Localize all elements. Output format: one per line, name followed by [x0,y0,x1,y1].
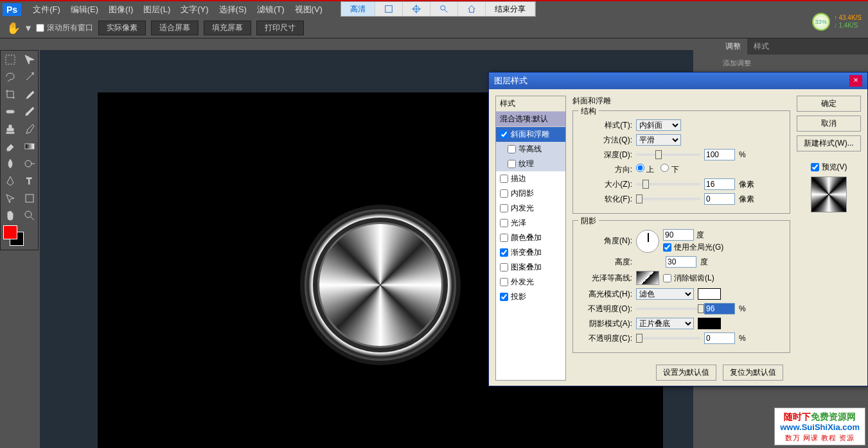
styles-list-header[interactable]: 样式 [496,96,565,112]
reset-default-button[interactable]: 复位为默认值 [723,365,783,381]
highlight-opacity-slider[interactable] [636,307,700,310]
effect-bevel[interactable]: 斜面和浮雕 [496,127,565,142]
panel-tab-adjustments[interactable]: 调整 [719,39,747,55]
actual-pixels-button[interactable]: 实际像素 [98,21,146,35]
depth-input[interactable] [704,149,735,160]
effect-outer-glow[interactable]: 外发光 [496,275,565,289]
gloss-contour-picker[interactable] [636,271,659,285]
angle-dial[interactable] [636,230,659,253]
share-end-button[interactable]: 结束分享 [486,2,535,16]
share-zoom-icon[interactable] [430,2,458,16]
menu-filter[interactable]: 滤镜(T) [252,4,290,15]
download-speed: ↓ 1.4K/S [834,22,862,30]
gradient-tool-icon[interactable] [20,137,39,155]
highlight-opacity-label: 不透明度(O): [580,304,632,314]
dialog-close-button[interactable]: × [849,75,862,87]
make-default-button[interactable]: 设置为默认值 [656,365,716,381]
effect-contour[interactable]: 等高线 [496,142,565,157]
share-hd-button[interactable]: 高清 [341,2,375,16]
style-select[interactable]: 内斜面 [636,119,681,131]
eraser-tool-icon[interactable] [1,137,20,155]
scroll-all-checkbox[interactable]: 滚动所有窗口 [36,22,93,33]
stamp-tool-icon[interactable] [1,120,20,137]
menu-type[interactable]: 文字(Y) [175,4,213,15]
menu-select[interactable]: 选择(S) [214,4,252,15]
shadow-opacity-slider[interactable] [636,337,700,340]
global-light-checkbox[interactable]: 使用全局光(G) [663,242,723,253]
effect-drop-shadow[interactable]: 投影 [496,289,565,304]
altitude-input[interactable] [666,256,696,268]
size-label: 大小(Z): [580,179,632,190]
share-home-icon[interactable] [458,2,486,16]
move-tool-icon[interactable] [20,51,39,68]
type-tool-icon[interactable]: T [20,172,39,189]
wand-tool-icon[interactable] [20,68,39,85]
dialog-titlebar[interactable]: 图层样式 × [489,73,867,89]
eyedropper-tool-icon[interactable] [20,85,39,103]
hand-tool-icon[interactable] [1,207,20,224]
share-target-icon[interactable] [403,2,430,16]
new-style-button[interactable]: 新建样式(W)... [797,135,861,151]
depth-slider[interactable] [636,153,700,156]
effect-gradient-overlay[interactable]: 渐变叠加 [496,245,565,260]
watermark: 随时下免费资源网 www.SuiShiXia.com 数万 网课 教程 资源 [774,408,865,445]
layer-style-dialog: 图层样式 × 样式 混合选项:默认 斜面和浮雕 等高线 纹理 描边 内阴影 内发… [488,72,868,386]
shadow-mode-select[interactable]: 正片叠底 [636,318,694,329]
menu-view[interactable]: 视图(V) [290,4,328,15]
fill-screen-button[interactable]: 填充屏幕 [204,21,251,35]
size-slider[interactable] [636,183,700,185]
shading-fieldset: 阴影 角度(N): 度 使用全局光(G) 高度: [572,220,790,353]
menu-edit[interactable]: 编辑(E) [66,4,103,15]
preview-checkbox[interactable]: 预览(V) [797,162,861,173]
brush-tool-icon[interactable] [20,103,39,120]
lasso-tool-icon[interactable] [1,68,20,85]
highlight-opacity-input[interactable] [704,303,735,314]
effect-inner-shadow[interactable]: 内阴影 [496,186,565,201]
ok-button[interactable]: 确定 [797,96,861,112]
pen-tool-icon[interactable] [1,172,20,189]
history-brush-icon[interactable] [20,120,39,137]
menu-image[interactable]: 图像(I) [103,4,138,15]
marquee-tool-icon[interactable] [1,51,20,68]
panel-tab-styles[interactable]: 样式 [747,39,775,55]
method-select[interactable]: 平滑 [636,134,681,146]
cancel-button[interactable]: 取消 [797,116,861,132]
zoom-tool-icon[interactable] [20,207,39,224]
shape-tool-icon[interactable] [20,189,39,207]
foreground-color-swatch[interactable] [3,225,17,239]
soften-input[interactable] [704,193,735,205]
menu-file[interactable]: 文件(F) [28,4,66,15]
dodge-tool-icon[interactable] [20,155,39,172]
effect-inner-glow[interactable]: 内发光 [496,201,565,216]
dropdown-icon[interactable]: ▾ [26,22,31,34]
blur-tool-icon[interactable] [1,155,20,172]
color-swatches[interactable] [1,224,38,250]
svg-rect-7 [6,110,14,113]
right-panels: 调整 样式 添加调整 [719,39,868,72]
crop-tool-icon[interactable] [1,85,20,103]
effect-color-overlay[interactable]: 颜色叠加 [496,230,565,245]
effect-satin[interactable]: 光泽 [496,216,565,230]
size-input[interactable] [704,178,735,190]
blend-options-item[interactable]: 混合选项:默认 [496,112,565,127]
fit-screen-button[interactable]: 适合屏幕 [151,21,199,35]
direction-down-radio[interactable]: 下 [660,164,678,175]
angle-input[interactable] [663,229,694,241]
effect-stroke[interactable]: 描边 [496,171,565,186]
direction-up-radio[interactable]: 上 [636,164,654,175]
effect-texture[interactable]: 纹理 [496,157,565,171]
path-select-icon[interactable] [1,189,20,207]
shadow-color-swatch[interactable] [698,318,721,329]
menu-layer[interactable]: 图层(L) [138,4,175,15]
soften-slider[interactable] [636,198,700,200]
print-size-button[interactable]: 打印尺寸 [256,21,304,35]
highlight-color-swatch[interactable] [698,288,721,300]
highlight-mode-select[interactable]: 滤色 [636,288,694,300]
effect-pattern-overlay[interactable]: 图案叠加 [496,260,565,275]
antialias-checkbox[interactable]: 消除锯齿(L) [663,273,714,284]
speed-indicator: 33% ↑ 43.4K/S ↓ 1.4K/S [812,13,862,31]
depth-label: 深度(D): [580,150,632,160]
share-rect-icon[interactable] [375,2,403,16]
shadow-opacity-input[interactable] [704,332,735,344]
heal-tool-icon[interactable] [1,103,20,120]
